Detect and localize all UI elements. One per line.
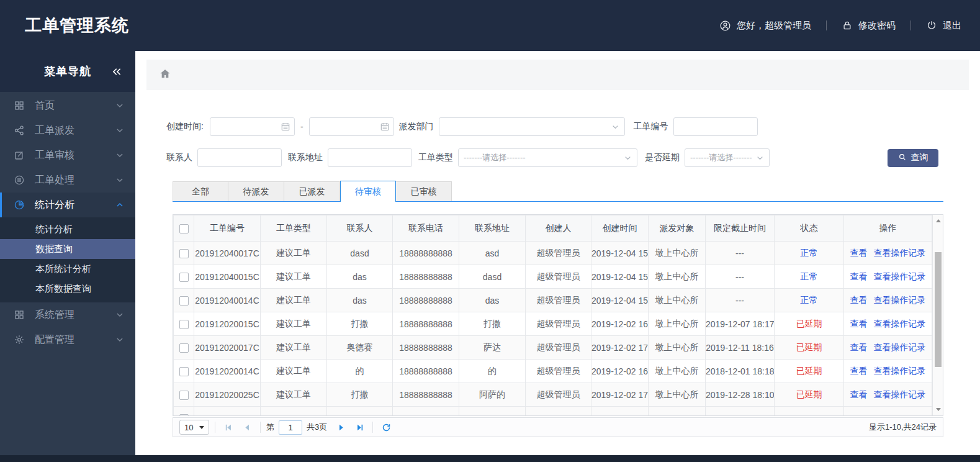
create-time-start-input[interactable] xyxy=(210,117,295,136)
select-all-checkbox[interactable] xyxy=(179,224,189,233)
scroll-down-icon[interactable] xyxy=(936,408,941,411)
col-deadline: 限定截止时间 xyxy=(706,215,775,242)
view-operation-log-link[interactable]: 查看操作记录 xyxy=(874,319,926,328)
next-page-button[interactable] xyxy=(333,420,348,435)
cell-creator: 超级管理员 xyxy=(526,383,591,407)
view-link[interactable]: 查看 xyxy=(850,248,868,258)
date-start-field[interactable] xyxy=(210,122,281,132)
delay-select[interactable]: -------请选择------- xyxy=(685,148,770,167)
view-link[interactable]: 查看 xyxy=(850,366,868,376)
last-page-button[interactable] xyxy=(352,420,367,435)
sidebar-item-review[interactable]: 工单审核 xyxy=(0,143,135,168)
view-operation-log-link[interactable]: 查看操作记录 xyxy=(874,366,926,376)
user-greeting[interactable]: 您好，超级管理员 xyxy=(719,20,811,32)
cell-deadline: --- xyxy=(706,265,775,289)
row-checkbox[interactable] xyxy=(179,391,189,400)
collapse-sidebar-icon[interactable] xyxy=(111,66,123,81)
address-input[interactable] xyxy=(328,148,412,167)
row-checkbox[interactable] xyxy=(179,414,189,416)
view-operation-log-link[interactable]: 查看操作记录 xyxy=(874,248,926,258)
prev-page-button[interactable] xyxy=(240,420,254,435)
view-operation-log-link[interactable]: 查看操作记录 xyxy=(874,389,926,399)
cell-order-no: 201912040015C xyxy=(194,265,261,289)
submenu-item-local-statistics[interactable]: 本所统计分析 xyxy=(0,259,135,279)
delay-label: 是否延期 xyxy=(645,152,680,163)
view-operation-log-link[interactable]: 查看操作记录 xyxy=(874,342,926,352)
cell-order-type: 建议工单 xyxy=(261,312,327,336)
contact-input[interactable] xyxy=(197,148,282,167)
col-order-no: 工单编号 xyxy=(194,215,261,242)
sidebar-item-dispatch[interactable]: 工单派发 xyxy=(0,118,135,143)
col-status: 状态 xyxy=(775,215,844,242)
divider xyxy=(260,422,261,433)
cell-target: 墩上中心所 xyxy=(649,265,706,289)
home-icon[interactable] xyxy=(159,68,171,83)
sidebar-item-config[interactable]: 配置管理 xyxy=(0,327,135,352)
partial-row xyxy=(174,407,932,417)
chevron-down-icon xyxy=(115,176,124,184)
order-no-input[interactable] xyxy=(673,117,758,136)
chevron-down-icon xyxy=(115,310,124,319)
row-checkbox[interactable] xyxy=(179,343,189,353)
view-link[interactable]: 查看 xyxy=(850,342,868,352)
select-all-cell xyxy=(174,215,194,242)
scroll-up-icon[interactable] xyxy=(936,219,941,222)
tab-pending-dispatch[interactable]: 待派发 xyxy=(228,181,284,202)
refresh-button[interactable] xyxy=(379,420,393,435)
search-button[interactable]: 查询 xyxy=(888,149,938,167)
date-end-field[interactable] xyxy=(310,122,380,132)
cell-status: 已延期 xyxy=(775,360,844,383)
contact-field[interactable] xyxy=(198,153,281,163)
page-prefix-label: 第 xyxy=(266,422,274,433)
submenu-item-statistics[interactable]: 统计分析 xyxy=(0,219,135,239)
page-size-select[interactable]: 10 xyxy=(179,420,209,435)
row-select-cell xyxy=(174,289,194,312)
sidebar-item-system[interactable]: 系统管理 xyxy=(0,302,135,327)
sidebar-item-process[interactable]: 工单处理 xyxy=(0,168,135,192)
cell-creator: 超级管理员 xyxy=(526,360,591,383)
row-checkbox[interactable] xyxy=(179,320,189,329)
row-checkbox[interactable] xyxy=(179,273,189,282)
order-no-field[interactable] xyxy=(674,122,757,132)
calendar-icon[interactable] xyxy=(281,122,290,132)
dispatch-dept-select[interactable] xyxy=(439,117,625,136)
row-checkbox[interactable] xyxy=(179,296,189,306)
table-scrollbar[interactable] xyxy=(932,215,943,415)
view-operation-log-link[interactable]: 查看操作记录 xyxy=(874,271,926,281)
cell-status: 正常 xyxy=(775,265,844,289)
cell-actions: 查看查看操作记录 xyxy=(844,383,932,407)
sidebar-item-home[interactable]: 首页 xyxy=(0,93,135,118)
order-type-select[interactable]: -------请选择------- xyxy=(458,148,637,167)
row-checkbox[interactable] xyxy=(179,249,189,258)
main-content: 创建时间: - 派发部门 工单编号 xyxy=(135,51,980,455)
create-time-end-input[interactable] xyxy=(309,117,394,136)
tab-pending-review[interactable]: 待审核 xyxy=(340,181,396,202)
tab-reviewed[interactable]: 已审核 xyxy=(396,181,452,202)
first-page-button[interactable] xyxy=(221,420,236,435)
cell-actions: 查看查看操作记录 xyxy=(844,360,932,383)
submenu-item-data-query[interactable]: 数据查询 xyxy=(0,239,135,259)
range-separator: - xyxy=(300,122,303,132)
logout-button[interactable]: 退出 xyxy=(926,20,961,32)
change-password-button[interactable]: 修改密码 xyxy=(842,20,896,32)
address-field[interactable] xyxy=(328,153,411,163)
filter-row-1: 创建时间: - 派发部门 工单编号 xyxy=(166,117,969,136)
view-link[interactable]: 查看 xyxy=(850,295,868,305)
view-link[interactable]: 查看 xyxy=(850,271,868,281)
calendar-icon[interactable] xyxy=(380,122,390,132)
row-checkbox[interactable] xyxy=(179,367,189,376)
table-row: 201912040014C 建议工单 das 18888888888 das 超… xyxy=(174,289,932,312)
scrollbar-thumb[interactable] xyxy=(935,252,942,367)
tab-dispatched[interactable]: 已派发 xyxy=(284,181,340,202)
view-link[interactable]: 查看 xyxy=(850,319,868,328)
tab-all[interactable]: 全部 xyxy=(173,181,228,202)
cell-deadline: --- xyxy=(706,289,775,312)
col-target: 派发对象 xyxy=(649,215,706,242)
view-operation-log-link[interactable]: 查看操作记录 xyxy=(874,295,926,305)
submenu-item-local-data-query[interactable]: 本所数据查询 xyxy=(0,279,135,299)
view-link[interactable]: 查看 xyxy=(850,389,868,399)
cell-created: 2019-12-04 15 xyxy=(591,242,649,265)
pie-chart-icon xyxy=(14,199,26,211)
sidebar-item-statistics[interactable]: 统计分析 xyxy=(0,192,135,217)
page-number-input[interactable] xyxy=(279,420,302,435)
